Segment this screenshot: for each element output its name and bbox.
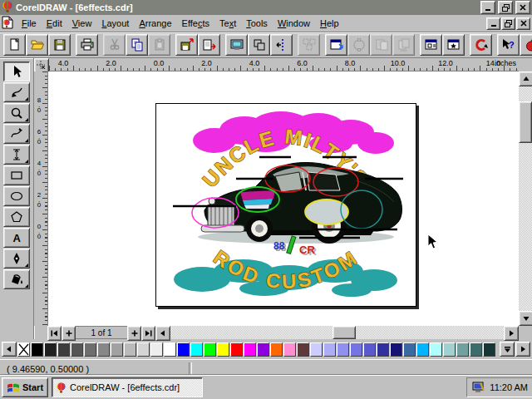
vertical-scroll-track[interactable] bbox=[519, 86, 532, 311]
color-swatch-555555[interactable] bbox=[71, 342, 83, 357]
menu-text[interactable]: Text bbox=[214, 17, 241, 30]
menu-tools[interactable]: Tools bbox=[241, 17, 273, 30]
color-swatch-7474e4[interactable] bbox=[350, 342, 362, 357]
snap-to-objects-button[interactable] bbox=[270, 34, 293, 56]
text-tool[interactable]: A bbox=[3, 228, 30, 248]
color-swatch-3d3d3d[interactable] bbox=[57, 342, 70, 357]
outline-tool[interactable] bbox=[3, 249, 30, 268]
copy-button[interactable] bbox=[126, 34, 148, 56]
color-swatch-5f3a3a[interactable] bbox=[297, 342, 309, 357]
order-button[interactable] bbox=[392, 34, 415, 56]
menu-edit[interactable]: Edit bbox=[42, 17, 67, 30]
new-document-button[interactable] bbox=[3, 34, 26, 56]
add-page-after-button[interactable] bbox=[127, 326, 141, 341]
zoom-tool[interactable] bbox=[3, 103, 30, 123]
color-swatch-173737[interactable] bbox=[483, 342, 495, 357]
start-button[interactable]: Start bbox=[2, 377, 48, 397]
save-button[interactable] bbox=[48, 34, 71, 56]
close-button[interactable] bbox=[515, 1, 530, 14]
color-swatch-ccccff[interactable] bbox=[310, 342, 323, 357]
no-fill-swatch[interactable] bbox=[17, 342, 30, 357]
color-swatch-a1a1a1[interactable] bbox=[111, 342, 123, 357]
app-icon[interactable] bbox=[2, 1, 13, 14]
color-swatch-ffff00[interactable] bbox=[217, 342, 229, 357]
color-swatch-ff6600[interactable] bbox=[270, 342, 283, 357]
color-swatch-d4d4d4[interactable] bbox=[137, 342, 150, 357]
freehand-tool[interactable] bbox=[3, 124, 30, 144]
menu-file[interactable]: File bbox=[17, 17, 42, 30]
fullscreen-preview-button[interactable] bbox=[225, 34, 248, 56]
color-swatch-a0d0d0[interactable] bbox=[443, 342, 456, 357]
first-page-button[interactable] bbox=[47, 326, 62, 341]
scroll-right-button[interactable] bbox=[504, 326, 519, 341]
color-swatch-202020[interactable] bbox=[44, 342, 57, 357]
color-swatch-00b4ff[interactable] bbox=[416, 342, 429, 357]
rectangle-tool[interactable] bbox=[3, 165, 30, 185]
palette-scroll-right-button[interactable] bbox=[515, 342, 530, 357]
color-swatch-0000ff[interactable] bbox=[177, 342, 190, 357]
color-swatch-3c6c6c[interactable] bbox=[470, 342, 482, 357]
color-swatch-ededed[interactable] bbox=[150, 342, 163, 357]
symbols-button[interactable] bbox=[442, 34, 465, 56]
vertical-scroll-thumb[interactable] bbox=[519, 101, 532, 143]
vertical-ruler[interactable]: 8 . 06 . 04 . 02 . 00 . 0 bbox=[34, 71, 48, 326]
menu-help[interactable]: Help bbox=[315, 17, 344, 30]
color-swatch-b0ffff[interactable] bbox=[430, 342, 442, 357]
align-button[interactable] bbox=[370, 34, 392, 56]
paste-button[interactable] bbox=[148, 34, 170, 56]
color-swatch-9090f0[interactable] bbox=[337, 342, 349, 357]
horizontal-scroll-thumb[interactable] bbox=[332, 326, 356, 339]
scroll-up-button[interactable] bbox=[519, 71, 532, 86]
group-button[interactable] bbox=[298, 34, 320, 56]
corel-versions-button[interactable] bbox=[470, 34, 492, 56]
color-swatch-00ff00[interactable] bbox=[204, 342, 216, 357]
color-swatch-adadf5[interactable] bbox=[323, 342, 336, 357]
add-page-before-button[interactable] bbox=[62, 326, 76, 341]
color-swatch-878787[interactable] bbox=[97, 342, 110, 357]
document-icon[interactable] bbox=[2, 16, 13, 31]
color-swatch-00ffff[interactable] bbox=[190, 342, 203, 357]
menu-window[interactable]: Window bbox=[273, 17, 315, 30]
horizontal-scroll-track[interactable] bbox=[170, 326, 504, 339]
color-swatch-3a6aa4[interactable] bbox=[403, 342, 416, 357]
pick-tool[interactable] bbox=[3, 62, 30, 81]
transform-button[interactable] bbox=[325, 34, 347, 56]
mdi-minimize-button[interactable] bbox=[486, 17, 500, 30]
scroll-left-button[interactable] bbox=[155, 326, 170, 341]
menu-arrange[interactable]: Arrange bbox=[134, 17, 176, 30]
task-button-coreldraw[interactable]: CorelDRAW - [6effects.cdr] bbox=[52, 377, 203, 397]
import-button[interactable] bbox=[175, 34, 198, 56]
ellipse-tool[interactable] bbox=[3, 186, 30, 206]
taskbar-clock[interactable]: 11:20 AM bbox=[490, 382, 528, 392]
horizontal-ruler[interactable]: 4.02.00.02.04.06.08.010.012.014.0inches bbox=[49, 58, 519, 71]
restore-button[interactable] bbox=[498, 1, 513, 14]
color-swatch-ffffff[interactable] bbox=[164, 342, 176, 357]
color-swatch-ff00ff[interactable] bbox=[244, 342, 256, 357]
menu-view[interactable]: View bbox=[67, 17, 97, 30]
options-button[interactable] bbox=[420, 34, 442, 56]
mdi-close-button[interactable] bbox=[516, 17, 530, 30]
fill-tool[interactable] bbox=[3, 269, 30, 289]
color-swatch-ff0000[interactable] bbox=[230, 342, 243, 357]
print-button[interactable] bbox=[76, 34, 98, 56]
dimension-tool[interactable] bbox=[3, 145, 30, 165]
artwork[interactable]: UNCLE MILTY'S bbox=[156, 104, 416, 306]
palette-expand-button[interactable] bbox=[500, 342, 515, 357]
corel-tutor-button[interactable] bbox=[520, 34, 532, 56]
polygon-tool[interactable] bbox=[3, 207, 30, 227]
palette-scroll-left-button[interactable] bbox=[2, 342, 17, 357]
convert-to-curves-button[interactable] bbox=[347, 34, 370, 56]
last-page-button[interactable] bbox=[141, 326, 155, 341]
color-swatch-000000[interactable] bbox=[31, 342, 43, 357]
cut-button[interactable] bbox=[103, 34, 126, 56]
drawing-canvas[interactable]: UNCLE MILTY'S bbox=[48, 71, 519, 326]
export-button[interactable] bbox=[198, 34, 220, 56]
scroll-down-button[interactable] bbox=[519, 311, 532, 326]
open-button[interactable] bbox=[26, 34, 48, 56]
color-swatch-30309e[interactable] bbox=[377, 342, 389, 357]
menu-layout[interactable]: Layout bbox=[96, 17, 134, 30]
minimize-button[interactable] bbox=[480, 1, 495, 14]
color-swatch-bababa[interactable] bbox=[124, 342, 136, 357]
shape-tool[interactable] bbox=[3, 82, 30, 102]
mdi-restore-button[interactable] bbox=[501, 17, 515, 30]
